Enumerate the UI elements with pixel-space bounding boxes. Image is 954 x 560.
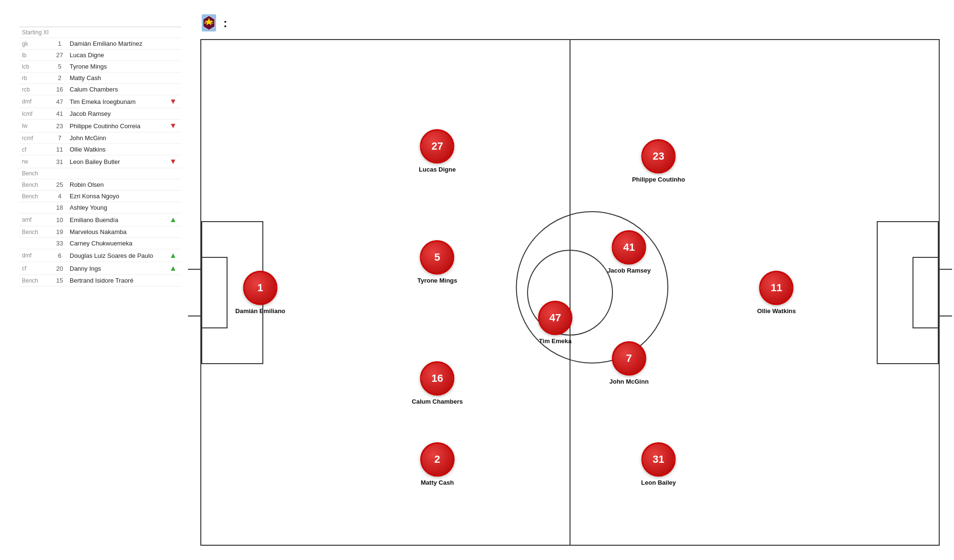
right-goal: [939, 269, 952, 316]
substitution-in-icon: ▲: [166, 214, 181, 226]
substitution-out-icon: ▼: [166, 95, 181, 108]
player-number: 27: [52, 50, 67, 61]
left-goal-box: [201, 257, 228, 328]
player-name: Emiliano Buendía: [67, 214, 166, 226]
player-name: Robin Olsen: [67, 179, 166, 191]
player-pitch-name: Tim Emeka: [539, 337, 571, 345]
player-name: Calum Chambers: [67, 84, 166, 95]
position-label: [19, 202, 52, 214]
player-number: 33: [52, 238, 67, 249]
pitch-player-dmf: 47Tim Emeka: [538, 301, 572, 345]
player-pitch-name: Calum Chambers: [412, 398, 463, 405]
player-name: Lucas Digne: [67, 50, 166, 61]
pitch-header: AVFC :: [200, 14, 940, 31]
pitch-player-rb: 2Matty Cash: [420, 442, 455, 486]
position-label: amf: [19, 214, 52, 226]
pitch-player-rw: 31Leon Bailey: [641, 442, 676, 486]
player-number: 25: [52, 179, 67, 191]
club-badge-icon: AVFC: [200, 14, 218, 31]
player-pitch-name: Ollie Watkins: [757, 307, 796, 315]
player-pitch-name: Damián Emiliano: [235, 307, 285, 315]
player-number: 15: [52, 275, 67, 286]
player-pitch-name: Leon Bailey: [641, 479, 676, 486]
player-name: Philippe Coutinho Correia: [67, 120, 166, 132]
player-number: 2: [52, 72, 67, 84]
player-pitch-name: John McGinn: [610, 378, 649, 385]
player-number-badge: 47: [538, 301, 572, 335]
pitch-player-cb1: 5Tyrone Mings: [417, 240, 457, 284]
player-number: 23: [52, 120, 67, 132]
player-number: 7: [52, 132, 67, 144]
pitch-panel: AVFC : 1Damián Emiliano5Tyrone Mings16Ca…: [186, 0, 954, 560]
pitch-player-rcmf: 7John McGinn: [610, 341, 649, 385]
position-label: Bench: [19, 179, 52, 191]
player-name: Tyrone Mings: [67, 61, 166, 72]
player-number-badge: 5: [420, 240, 455, 275]
pitch-player-cb2: 16Calum Chambers: [412, 361, 463, 405]
position-label: Bench: [19, 275, 52, 286]
player-name: Carney Chukwuemeka: [67, 238, 166, 249]
left-goal: [188, 269, 201, 316]
player-name: Leon Bailey Butler: [67, 155, 166, 168]
position-label: lcmf: [19, 108, 52, 120]
position-label: lcb: [19, 61, 52, 72]
lineup-table: Starting XI gk 1 Damián Emiliano Martíne…: [19, 27, 181, 286]
player-number: 16: [52, 84, 67, 95]
pitch-player-lcmf: 41Jacob Ramsey: [607, 230, 651, 274]
player-number: 41: [52, 108, 67, 120]
player-number: 31: [52, 155, 67, 168]
player-name: Damián Emiliano Martínez: [67, 38, 166, 50]
position-label: rb: [19, 72, 52, 84]
position-label: dmf: [19, 95, 52, 108]
position-label: rcb: [19, 84, 52, 95]
player-name: Marvelous Nakamba: [67, 226, 166, 238]
player-number: 4: [52, 191, 67, 202]
player-number: 47: [52, 95, 67, 108]
pitch-player-lw: 23Philippe Coutinho: [632, 139, 685, 183]
position-label: rw: [19, 155, 52, 168]
player-number-badge: 41: [612, 230, 646, 265]
position-label: [19, 238, 52, 249]
position-label: Bench: [19, 191, 52, 202]
pitch-player-gk: 1Damián Emiliano: [235, 271, 285, 315]
player-name: Ollie Watkins: [67, 144, 166, 155]
player-number-badge: 11: [759, 271, 794, 305]
player-number: 20: [52, 262, 67, 275]
player-pitch-name: Philippe Coutinho: [632, 176, 685, 183]
position-label: lb: [19, 50, 52, 61]
player-number: 19: [52, 226, 67, 238]
player-number: 18: [52, 202, 67, 214]
player-name: Tim Emeka Iroegbunam: [67, 95, 166, 108]
player-name: Danny Ings: [67, 262, 166, 275]
substitution-in-icon: ▲: [166, 262, 181, 275]
player-number-badge: 27: [420, 129, 455, 163]
player-pitch-name: Lucas Digne: [419, 166, 456, 173]
player-number-badge: 23: [642, 139, 676, 173]
right-goal-box: [913, 257, 939, 328]
player-pitch-name: Tyrone Mings: [417, 277, 457, 284]
substitution-out-icon: ▼: [166, 120, 181, 132]
player-number: 5: [52, 61, 67, 72]
player-number-badge: 16: [420, 361, 455, 396]
player-name: John McGinn: [67, 132, 166, 144]
player-pitch-name: Matty Cash: [421, 479, 454, 486]
player-number: 11: [52, 144, 67, 155]
player-name: Matty Cash: [67, 72, 166, 84]
substitution-out-icon: ▼: [166, 155, 181, 168]
player-name: Ezri Konsa Ngoyo: [67, 191, 166, 202]
player-number: 10: [52, 214, 67, 226]
player-number-badge: 2: [420, 442, 455, 477]
football-pitch: 1Damián Emiliano5Tyrone Mings16Calum Cha…: [200, 39, 940, 546]
position-label: Bench: [19, 226, 52, 238]
pitch-title: :: [223, 16, 228, 31]
player-number: 1: [52, 38, 67, 50]
bench-label: Bench: [19, 168, 52, 179]
player-number-badge: 1: [243, 271, 278, 305]
player-pitch-name: Jacob Ramsey: [607, 267, 651, 274]
position-label: rcmf: [19, 132, 52, 144]
lineup-panel: Starting XI gk 1 Damián Emiliano Martíne…: [0, 0, 186, 560]
player-name: Bertrand Isidore Traoré: [67, 275, 166, 286]
player-name: Jacob Ramsey: [67, 108, 166, 120]
position-label: cf: [19, 144, 52, 155]
starting-xi-label: Starting XI: [19, 27, 52, 38]
